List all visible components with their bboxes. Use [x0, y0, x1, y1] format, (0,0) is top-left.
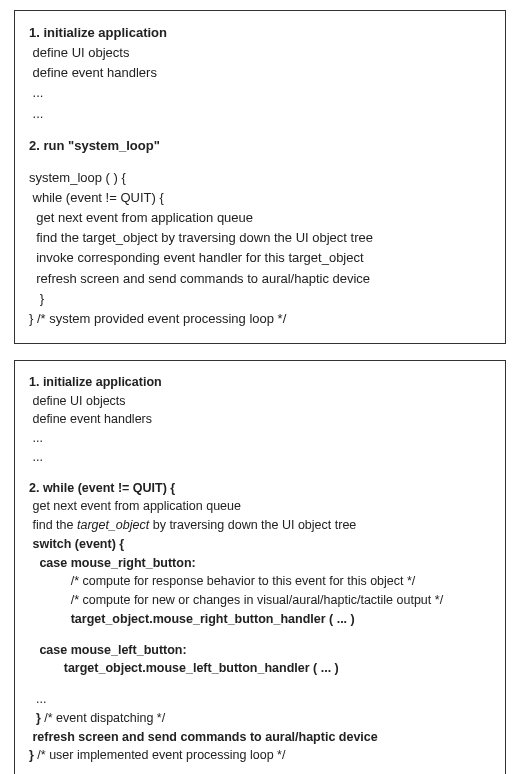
heading-while-loop: 2. while (event != QUIT) { — [29, 479, 491, 498]
blank-line — [29, 124, 491, 136]
code-comment: /* compute for new or changes in visual/… — [29, 591, 491, 610]
heading-run-system-loop: 2. run "system_loop" — [29, 136, 491, 156]
brace-close: } — [29, 711, 44, 725]
code-line: define UI objects — [29, 43, 491, 63]
code-line: refresh screen and send commands to aura… — [29, 269, 491, 289]
text-prefix: find the — [29, 518, 77, 532]
code-line: case mouse_left_button: — [29, 641, 491, 660]
code-line: switch (event) { — [29, 535, 491, 554]
code-line: } /* system provided event processing lo… — [29, 309, 491, 329]
code-line: system_loop ( ) { — [29, 168, 491, 188]
blank-line — [29, 629, 491, 641]
target-object-italic: target_object — [77, 518, 149, 532]
code-line: define UI objects — [29, 392, 491, 411]
code-line: invoke corresponding event handler for t… — [29, 248, 491, 268]
code-line: refresh screen and send commands to aura… — [29, 728, 491, 747]
code-comment: /* user implemented event processing loo… — [37, 748, 285, 762]
code-line: ... — [29, 448, 491, 467]
code-line: get next event from application queue — [29, 497, 491, 516]
code-line: ... — [29, 429, 491, 448]
code-line: define event handlers — [29, 63, 491, 83]
heading-init-app: 1. initialize application — [29, 23, 491, 43]
code-box-system-loop: 1. initialize application define UI obje… — [14, 10, 506, 344]
code-line: } — [29, 289, 491, 309]
blank-line — [29, 467, 491, 479]
code-box-user-loop: 1. initialize application define UI obje… — [14, 360, 506, 774]
code-line: target_object.mouse_right_button_handler… — [29, 610, 491, 629]
blank-line — [29, 678, 491, 690]
code-line: define event handlers — [29, 410, 491, 429]
blank-line — [29, 156, 491, 168]
heading-init-app: 1. initialize application — [29, 373, 491, 392]
code-line: find the target_object by traversing dow… — [29, 516, 491, 535]
code-line: target_object.mouse_left_button_handler … — [29, 659, 491, 678]
code-line: find the target_object by traversing dow… — [29, 228, 491, 248]
code-line: } /* event dispatching */ — [29, 709, 491, 728]
text-suffix: by traversing down the UI object tree — [149, 518, 356, 532]
code-line: ... — [29, 104, 491, 124]
code-line: while (event != QUIT) { — [29, 188, 491, 208]
code-line: ... — [29, 690, 491, 709]
code-line: get next event from application queue — [29, 208, 491, 228]
code-line: ... — [29, 83, 491, 103]
code-comment: /* compute for response behavior to this… — [29, 572, 491, 591]
code-line: } /* user implemented event processing l… — [29, 746, 491, 765]
code-comment: /* event dispatching */ — [44, 711, 165, 725]
code-line: case mouse_right_button: — [29, 554, 491, 573]
